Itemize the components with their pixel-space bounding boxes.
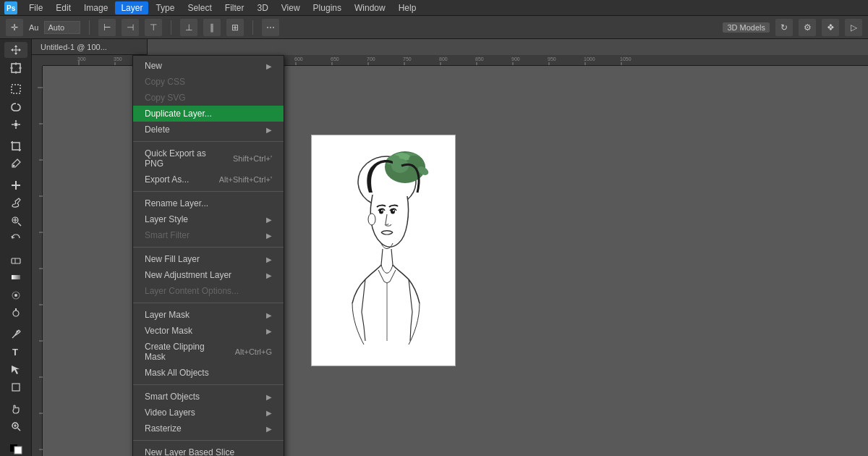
menu-filter[interactable]: Filter: [219, 1, 250, 14]
brush-options-icon[interactable]: ❖: [822, 19, 839, 36]
shape-tool[interactable]: [4, 379, 27, 395]
distribute-icon[interactable]: ⊥: [180, 19, 197, 36]
menu-section-5: Layer Mask ▶ Vector Mask ▶ Create Clippi…: [133, 305, 284, 383]
menu-3d[interactable]: 3D: [251, 1, 273, 14]
svg-point-13: [12, 165, 14, 167]
menu-layer-style[interactable]: Layer Style ▶: [133, 211, 284, 227]
rotate-icon[interactable]: ↻: [775, 19, 793, 36]
menu-new-layer-slice-label: New Layer Based Slice: [145, 447, 234, 456]
zoom-tool[interactable]: [4, 418, 27, 434]
menu-quick-export[interactable]: Quick Export as PNG Shift+Ctrl+': [133, 145, 284, 172]
menu-bar: Ps File Edit Image Layer Type Select Fil…: [0, 0, 868, 16]
menu-window[interactable]: Window: [349, 1, 391, 14]
video-icon[interactable]: ▷: [845, 19, 862, 36]
layer-dropdown-menu: New ▶ Copy CSS Copy SVG Duplicate Layer.…: [132, 55, 284, 456]
menu-smart-filter-label: Smart Filter: [145, 230, 190, 240]
menu-rasterize-arrow: ▶: [266, 425, 272, 433]
menu-create-clipping-mask[interactable]: Create Clipping Mask Alt+Ctrl+G: [133, 339, 284, 365]
healing-tool[interactable]: [4, 177, 27, 193]
menu-help[interactable]: Help: [393, 1, 422, 14]
menu-video-layers[interactable]: Video Layers ▶: [133, 405, 284, 421]
menu-new[interactable]: New ▶: [133, 58, 284, 74]
svg-rect-7: [12, 85, 20, 93]
auto-select-dropdown[interactable]: Auto: [44, 21, 80, 34]
hand-tool[interactable]: [4, 401, 27, 417]
menu-layer-mask[interactable]: Layer Mask ▶: [133, 307, 284, 323]
extras-icon[interactable]: ⋯: [262, 19, 279, 36]
menu-smart-objects-arrow: ▶: [266, 393, 272, 401]
menu-layer-content-options[interactable]: Layer Content Options...: [133, 283, 284, 299]
brush-tool[interactable]: [4, 195, 27, 211]
menu-new-adjustment-arrow: ▶: [266, 271, 272, 279]
path-select-tool[interactable]: [4, 361, 27, 377]
marquee-tool[interactable]: [4, 81, 27, 97]
artboard-tool[interactable]: [4, 59, 27, 75]
history-brush-tool[interactable]: [4, 230, 27, 246]
eraser-tool[interactable]: [4, 252, 27, 268]
menu-rasterize-label: Rasterize: [145, 423, 182, 434]
menu-rename-layer[interactable]: Rename Layer...: [133, 195, 284, 211]
clone-tool[interactable]: [4, 213, 27, 229]
menu-delete[interactable]: Delete ▶: [133, 122, 284, 138]
lasso-tool[interactable]: [4, 99, 27, 115]
menu-vector-mask[interactable]: Vector Mask ▶: [133, 323, 284, 339]
settings-icon[interactable]: ⚙: [799, 19, 816, 36]
menu-file[interactable]: File: [23, 1, 48, 14]
move-tool-options[interactable]: ✛: [6, 19, 23, 36]
blur-tool[interactable]: [4, 287, 27, 303]
menu-mask-all-objects[interactable]: Mask All Objects: [133, 365, 284, 381]
menu-copy-svg[interactable]: Copy SVG: [133, 90, 284, 106]
menu-view[interactable]: View: [276, 1, 306, 14]
menu-select[interactable]: Select: [182, 1, 217, 14]
pen-tool[interactable]: [4, 326, 27, 342]
magic-wand-tool[interactable]: [4, 117, 27, 132]
menu-duplicate-layer[interactable]: Duplicate Layer...: [133, 106, 284, 122]
menu-rasterize[interactable]: Rasterize ▶: [133, 421, 284, 436]
menu-new-layer-based-slice[interactable]: New Layer Based Slice: [133, 444, 284, 456]
document-tab[interactable]: Untitled-1 @ 100...: [32, 39, 148, 55]
menu-new-adjustment-layer[interactable]: New Adjustment Layer ▶: [133, 267, 284, 283]
gradient-tool[interactable]: [4, 269, 27, 285]
menu-smart-filter[interactable]: Smart Filter ▶: [133, 227, 284, 243]
dodge-tool[interactable]: [4, 305, 27, 321]
text-tool[interactable]: T: [4, 344, 27, 360]
menu-new-fill-layer[interactable]: New Fill Layer ▶: [133, 251, 284, 267]
svg-text:850: 850: [475, 56, 484, 62]
menu-section-6: Smart Objects ▶ Video Layers ▶ Rasterize…: [133, 387, 284, 439]
menu-quick-export-shortcut: Shift+Ctrl+': [233, 154, 272, 163]
svg-text:750: 750: [403, 56, 412, 62]
sep-5: [133, 384, 284, 385]
menu-image[interactable]: Image: [78, 1, 114, 14]
svg-text:650: 650: [331, 56, 339, 62]
svg-line-26: [17, 428, 20, 431]
menu-layer-mask-arrow: ▶: [266, 311, 272, 319]
menu-edit[interactable]: Edit: [50, 1, 77, 14]
foreground-color[interactable]: [4, 440, 27, 456]
menu-quick-export-label: Quick Export as PNG: [145, 148, 226, 169]
menu-video-layers-arrow: ▶: [266, 409, 272, 417]
distribute2-icon[interactable]: ∥: [203, 19, 221, 36]
distribute3-icon[interactable]: ⊞: [226, 19, 244, 36]
svg-point-83: [368, 214, 375, 225]
move-tool[interactable]: [4, 42, 27, 58]
3d-models-badge[interactable]: 3D Models: [723, 22, 770, 33]
menu-smart-objects[interactable]: Smart Objects ▶: [133, 389, 284, 405]
crop-tool[interactable]: [4, 138, 27, 154]
menu-new-arrow: ▶: [266, 62, 272, 70]
options-bar: ✛ Au Auto ⊢ ⊣ ⊤ ⊥ ∥ ⊞ ⋯ 3D Models ↻ ⚙ ❖ …: [0, 16, 868, 39]
menu-smart-filter-arrow: ▶: [266, 232, 272, 240]
menu-type[interactable]: Type: [150, 1, 180, 14]
align-left-icon[interactable]: ⊢: [98, 19, 116, 36]
align-right-icon[interactable]: ⊤: [145, 19, 162, 36]
canvas-area: Untitled-1 @ 100... 300 350 400 450 500: [32, 39, 868, 456]
menu-layer[interactable]: Layer: [115, 1, 148, 14]
svg-rect-17: [12, 275, 20, 279]
eyedropper-tool[interactable]: [4, 156, 27, 172]
menu-plugins[interactable]: Plugins: [307, 1, 347, 14]
menu-export-as[interactable]: Export As... Alt+Shift+Ctrl+': [133, 172, 284, 187]
menu-copy-css[interactable]: Copy CSS: [133, 74, 284, 90]
svg-point-85: [381, 210, 383, 211]
menu-new-label: New: [145, 61, 162, 71]
align-center-icon[interactable]: ⊣: [122, 19, 139, 36]
svg-text:900: 900: [511, 56, 520, 62]
